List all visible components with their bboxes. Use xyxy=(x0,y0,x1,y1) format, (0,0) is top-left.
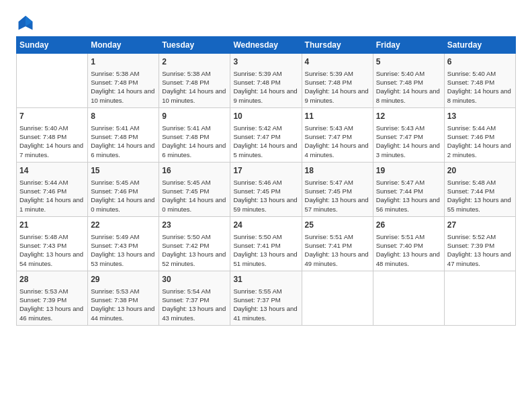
day-number: 20 xyxy=(447,165,513,177)
day-info: Sunrise: 5:55 AMSunset: 7:37 PMDaylight:… xyxy=(233,287,298,322)
calendar-cell: 14Sunrise: 5:44 AMSunset: 7:46 PMDayligh… xyxy=(17,162,88,216)
day-number: 17 xyxy=(233,165,298,177)
calendar-cell: 7Sunrise: 5:40 AMSunset: 7:48 PMDaylight… xyxy=(17,107,88,162)
day-number: 7 xyxy=(19,111,85,122)
day-number: 5 xyxy=(376,56,441,68)
day-info: Sunrise: 5:39 AMSunset: 7:48 PMDaylight:… xyxy=(305,69,370,105)
day-number: 19 xyxy=(376,165,441,177)
calendar-cell xyxy=(17,54,88,108)
logo xyxy=(16,13,38,32)
calendar-cell: 11Sunrise: 5:43 AMSunset: 7:47 PMDayligh… xyxy=(302,107,373,162)
calendar-cell: 2Sunrise: 5:38 AMSunset: 7:48 PMDaylight… xyxy=(159,54,230,108)
calendar-cell: 25Sunrise: 5:51 AMSunset: 7:41 PMDayligh… xyxy=(302,216,373,271)
calendar-cell xyxy=(373,271,444,325)
day-info: Sunrise: 5:51 AMSunset: 7:41 PMDaylight:… xyxy=(305,232,370,268)
calendar-cell: 13Sunrise: 5:44 AMSunset: 7:46 PMDayligh… xyxy=(444,107,515,162)
calendar-cell: 19Sunrise: 5:47 AMSunset: 7:44 PMDayligh… xyxy=(373,162,444,216)
calendar-cell: 3Sunrise: 5:39 AMSunset: 7:48 PMDaylight… xyxy=(230,54,302,108)
day-number: 14 xyxy=(19,165,85,177)
day-info: Sunrise: 5:44 AMSunset: 7:46 PMDaylight:… xyxy=(19,178,85,214)
day-number: 10 xyxy=(233,111,298,122)
day-number: 18 xyxy=(305,165,370,177)
day-info: Sunrise: 5:53 AMSunset: 7:38 PMDaylight:… xyxy=(91,287,156,322)
calendar-cell: 27Sunrise: 5:52 AMSunset: 7:39 PMDayligh… xyxy=(444,216,515,271)
day-number: 2 xyxy=(162,56,227,68)
day-info: Sunrise: 5:47 AMSunset: 7:44 PMDaylight:… xyxy=(376,178,441,214)
day-info: Sunrise: 5:47 AMSunset: 7:45 PMDaylight:… xyxy=(305,178,370,214)
logo-icon xyxy=(16,13,35,32)
calendar-header-row: SundayMondayTuesdayWednesdayThursdayFrid… xyxy=(17,37,516,54)
day-info: Sunrise: 5:43 AMSunset: 7:47 PMDaylight:… xyxy=(376,124,441,159)
day-number: 28 xyxy=(19,274,85,285)
calendar-cell: 30Sunrise: 5:54 AMSunset: 7:37 PMDayligh… xyxy=(159,271,230,325)
calendar-cell: 5Sunrise: 5:40 AMSunset: 7:48 PMDaylight… xyxy=(373,54,444,108)
calendar-cell: 22Sunrise: 5:49 AMSunset: 7:43 PMDayligh… xyxy=(88,216,159,271)
day-number: 9 xyxy=(162,111,227,122)
day-info: Sunrise: 5:51 AMSunset: 7:40 PMDaylight:… xyxy=(376,232,441,268)
calendar-cell: 8Sunrise: 5:41 AMSunset: 7:48 PMDaylight… xyxy=(88,107,159,162)
day-info: Sunrise: 5:38 AMSunset: 7:48 PMDaylight:… xyxy=(91,69,156,105)
calendar-cell: 29Sunrise: 5:53 AMSunset: 7:38 PMDayligh… xyxy=(88,271,159,325)
calendar-cell: 31Sunrise: 5:55 AMSunset: 7:37 PMDayligh… xyxy=(230,271,302,325)
calendar-cell: 9Sunrise: 5:41 AMSunset: 7:48 PMDaylight… xyxy=(159,107,230,162)
day-info: Sunrise: 5:50 AMSunset: 7:41 PMDaylight:… xyxy=(233,232,298,268)
day-number: 27 xyxy=(447,220,513,231)
column-header-tuesday: Tuesday xyxy=(159,37,230,54)
day-number: 16 xyxy=(162,165,227,177)
day-number: 8 xyxy=(91,111,156,122)
day-info: Sunrise: 5:48 AMSunset: 7:44 PMDaylight:… xyxy=(447,178,513,214)
day-number: 31 xyxy=(233,274,298,285)
day-info: Sunrise: 5:54 AMSunset: 7:37 PMDaylight:… xyxy=(162,287,227,322)
day-number: 1 xyxy=(91,56,156,68)
calendar-week-3: 14Sunrise: 5:44 AMSunset: 7:46 PMDayligh… xyxy=(17,162,516,216)
day-info: Sunrise: 5:43 AMSunset: 7:47 PMDaylight:… xyxy=(305,124,370,159)
calendar-cell: 12Sunrise: 5:43 AMSunset: 7:47 PMDayligh… xyxy=(373,107,444,162)
day-number: 22 xyxy=(91,220,156,231)
column-header-friday: Friday xyxy=(373,37,444,54)
day-info: Sunrise: 5:45 AMSunset: 7:45 PMDaylight:… xyxy=(162,178,227,214)
day-info: Sunrise: 5:46 AMSunset: 7:45 PMDaylight:… xyxy=(233,178,298,214)
day-info: Sunrise: 5:41 AMSunset: 7:48 PMDaylight:… xyxy=(91,124,156,159)
calendar-week-2: 7Sunrise: 5:40 AMSunset: 7:48 PMDaylight… xyxy=(17,107,516,162)
day-number: 21 xyxy=(19,220,85,231)
column-header-monday: Monday xyxy=(88,37,159,54)
calendar-cell: 20Sunrise: 5:48 AMSunset: 7:44 PMDayligh… xyxy=(444,162,515,216)
day-info: Sunrise: 5:42 AMSunset: 7:47 PMDaylight:… xyxy=(233,124,298,159)
day-number: 23 xyxy=(162,220,227,231)
calendar-cell: 18Sunrise: 5:47 AMSunset: 7:45 PMDayligh… xyxy=(302,162,373,216)
calendar-cell: 6Sunrise: 5:40 AMSunset: 7:48 PMDaylight… xyxy=(444,54,515,108)
column-header-wednesday: Wednesday xyxy=(230,37,302,54)
day-info: Sunrise: 5:53 AMSunset: 7:39 PMDaylight:… xyxy=(19,287,85,322)
calendar-cell: 26Sunrise: 5:51 AMSunset: 7:40 PMDayligh… xyxy=(373,216,444,271)
day-number: 25 xyxy=(305,220,370,231)
day-info: Sunrise: 5:49 AMSunset: 7:43 PMDaylight:… xyxy=(91,232,156,268)
day-info: Sunrise: 5:41 AMSunset: 7:48 PMDaylight:… xyxy=(162,124,227,159)
column-header-saturday: Saturday xyxy=(444,37,515,54)
day-number: 26 xyxy=(376,220,441,231)
column-header-sunday: Sunday xyxy=(17,37,88,54)
calendar-cell xyxy=(444,271,515,325)
day-number: 24 xyxy=(233,220,298,231)
day-info: Sunrise: 5:39 AMSunset: 7:48 PMDaylight:… xyxy=(233,69,298,105)
calendar-week-5: 28Sunrise: 5:53 AMSunset: 7:39 PMDayligh… xyxy=(17,271,516,325)
day-info: Sunrise: 5:40 AMSunset: 7:48 PMDaylight:… xyxy=(447,69,513,105)
day-info: Sunrise: 5:45 AMSunset: 7:46 PMDaylight:… xyxy=(91,178,156,214)
day-number: 29 xyxy=(91,274,156,285)
day-info: Sunrise: 5:52 AMSunset: 7:39 PMDaylight:… xyxy=(447,232,513,268)
calendar-week-1: 1Sunrise: 5:38 AMSunset: 7:48 PMDaylight… xyxy=(17,54,516,108)
calendar-cell: 15Sunrise: 5:45 AMSunset: 7:46 PMDayligh… xyxy=(88,162,159,216)
calendar-cell: 28Sunrise: 5:53 AMSunset: 7:39 PMDayligh… xyxy=(17,271,88,325)
day-number: 6 xyxy=(447,56,513,68)
day-info: Sunrise: 5:48 AMSunset: 7:43 PMDaylight:… xyxy=(19,232,85,268)
calendar-cell: 1Sunrise: 5:38 AMSunset: 7:48 PMDaylight… xyxy=(88,54,159,108)
calendar-cell: 24Sunrise: 5:50 AMSunset: 7:41 PMDayligh… xyxy=(230,216,302,271)
calendar-week-4: 21Sunrise: 5:48 AMSunset: 7:43 PMDayligh… xyxy=(17,216,516,271)
day-info: Sunrise: 5:40 AMSunset: 7:48 PMDaylight:… xyxy=(376,69,441,105)
page-header xyxy=(16,13,516,32)
day-info: Sunrise: 5:40 AMSunset: 7:48 PMDaylight:… xyxy=(19,124,85,159)
calendar-cell xyxy=(302,271,373,325)
calendar-table: SundayMondayTuesdayWednesdayThursdayFrid… xyxy=(16,36,516,326)
calendar-cell: 4Sunrise: 5:39 AMSunset: 7:48 PMDaylight… xyxy=(302,54,373,108)
day-number: 15 xyxy=(91,165,156,177)
calendar-cell: 16Sunrise: 5:45 AMSunset: 7:45 PMDayligh… xyxy=(159,162,230,216)
